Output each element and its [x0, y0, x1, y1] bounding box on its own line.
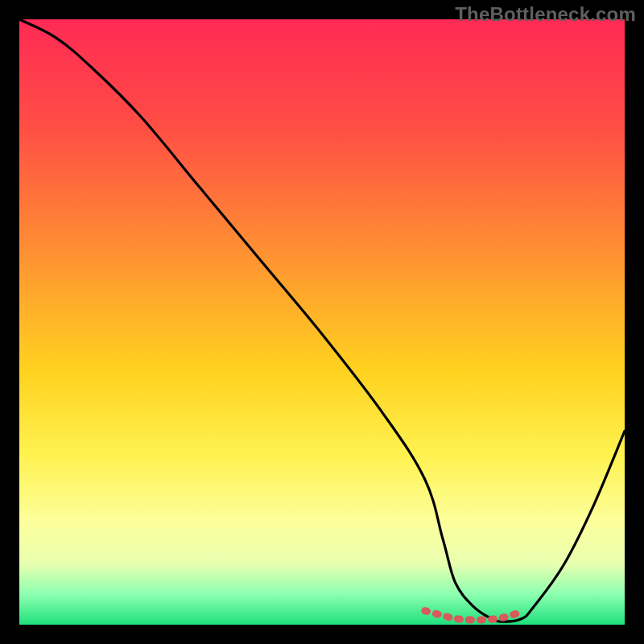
plot-gradient-area — [19, 19, 625, 625]
chart-frame: TheBottleneck.com — [0, 0, 644, 644]
watermark-label: TheBottleneck.com — [455, 3, 636, 26]
